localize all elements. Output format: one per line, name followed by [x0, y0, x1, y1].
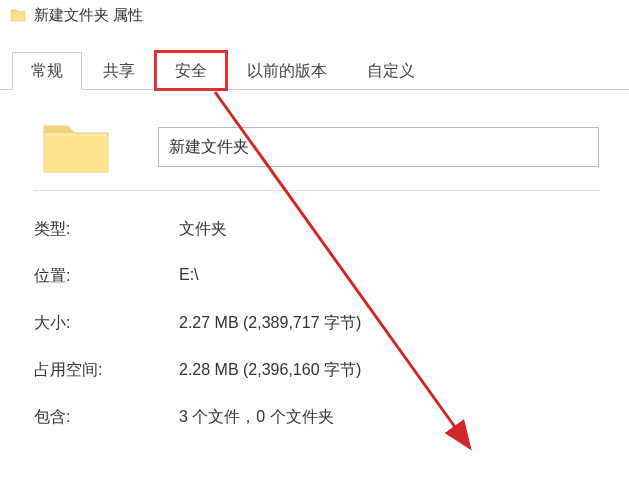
content: 类型: 文件夹 位置: E:\ 大小: 2.27 MB (2,389,717 字…: [0, 90, 629, 474]
row-size-on-disk: 占用空间: 2.28 MB (2,396,160 字节): [34, 360, 599, 381]
title-bar: 新建文件夹 属性: [0, 0, 629, 30]
size-on-disk-label: 占用空间:: [34, 360, 179, 381]
tab-sharing[interactable]: 共享: [84, 52, 154, 89]
row-type: 类型: 文件夹: [34, 219, 599, 240]
folder-icon: [10, 8, 26, 22]
header-row: [34, 118, 599, 176]
row-contains: 包含: 3 个文件，0 个文件夹: [34, 407, 599, 428]
folder-icon-large: [40, 118, 112, 176]
row-location: 位置: E:\: [34, 266, 599, 287]
folder-name-input[interactable]: [158, 127, 599, 167]
tab-general[interactable]: 常规: [12, 52, 82, 90]
tab-previous-versions[interactable]: 以前的版本: [228, 52, 346, 89]
tab-security[interactable]: 安全: [156, 52, 226, 89]
tab-customize[interactable]: 自定义: [348, 52, 434, 89]
row-size: 大小: 2.27 MB (2,389,717 字节): [34, 313, 599, 334]
location-label: 位置:: [34, 266, 179, 287]
size-value: 2.27 MB (2,389,717 字节): [179, 313, 599, 334]
contains-label: 包含:: [34, 407, 179, 428]
window-title: 新建文件夹 属性: [34, 6, 143, 25]
location-value: E:\: [179, 266, 599, 287]
type-value: 文件夹: [179, 219, 599, 240]
contains-value: 3 个文件，0 个文件夹: [179, 407, 599, 428]
size-label: 大小:: [34, 313, 179, 334]
divider: [34, 190, 599, 191]
type-label: 类型:: [34, 219, 179, 240]
tabs: 常规 共享 安全 以前的版本 自定义: [0, 52, 629, 90]
size-on-disk-value: 2.28 MB (2,396,160 字节): [179, 360, 599, 381]
